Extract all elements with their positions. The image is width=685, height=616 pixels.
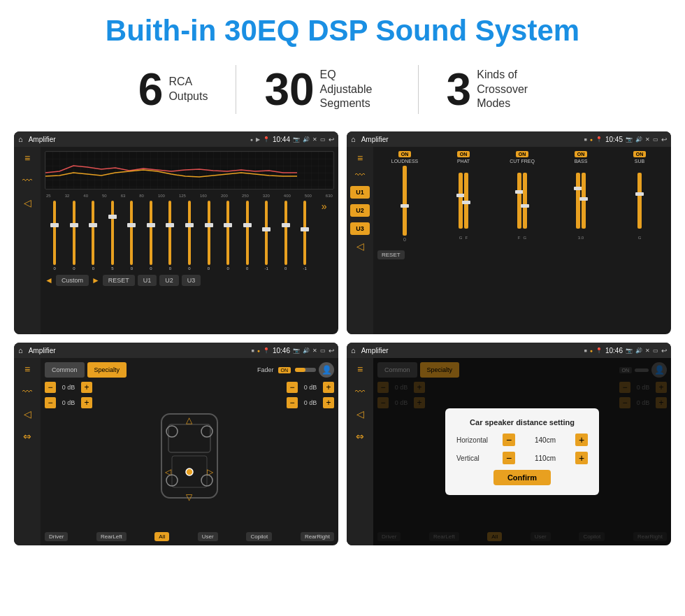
slider-col-8[interactable]: 0 — [200, 201, 217, 271]
tab-common[interactable]: Common — [45, 362, 85, 378]
copilot-btn[interactable]: Copilot — [246, 532, 272, 541]
fader-track[interactable] — [295, 368, 316, 372]
speaker-icon[interactable]: ◁ — [24, 197, 31, 208]
slider-col-extra[interactable]: » — [315, 201, 333, 271]
u2-sidebar[interactable]: U2 — [350, 204, 370, 217]
all-btn[interactable]: All — [154, 532, 169, 541]
arrows-icon-4[interactable]: ⇔ — [356, 431, 364, 442]
custom-btn[interactable]: Custom — [56, 275, 89, 286]
minimize-icon-2[interactable]: ▭ — [653, 136, 658, 143]
close-icon-4[interactable]: ✕ — [645, 348, 650, 354]
home-icon-4[interactable]: ⌂ — [351, 346, 356, 354]
slider-col-2[interactable]: 0 — [85, 201, 102, 271]
db-minus-2[interactable]: − — [287, 382, 298, 393]
distance-dialog: Car speaker distance setting Horizontal … — [445, 408, 599, 495]
u1-sidebar[interactable]: U1 — [350, 186, 370, 199]
slider-col-6[interactable]: 0 — [161, 201, 179, 271]
close-icon-3[interactable]: ✕ — [312, 348, 317, 354]
slider-val-9: 0 — [226, 266, 229, 271]
u1-btn[interactable]: U1 — [138, 275, 157, 286]
user-btn[interactable]: User — [198, 532, 218, 541]
u2-btn[interactable]: U2 — [159, 275, 179, 286]
close-icon-2[interactable]: ✕ — [645, 136, 650, 143]
db-minus-3[interactable]: − — [287, 397, 298, 408]
slider-col-5[interactable]: 0 — [143, 201, 160, 271]
slider-col-9[interactable]: 0 — [219, 201, 237, 271]
slider-col-1[interactable]: 0 — [66, 201, 83, 271]
eq-icon[interactable]: ≡ — [24, 152, 30, 164]
back-icon-2[interactable]: ↩ — [661, 136, 667, 143]
arrows-icon-3[interactable]: ⇔ — [23, 431, 31, 442]
fader-on-badge[interactable]: ON — [278, 367, 291, 373]
on-badge-loudness[interactable]: ON — [398, 151, 412, 157]
home-icon[interactable]: ⌂ — [18, 135, 23, 143]
horizontal-minus[interactable]: − — [503, 434, 515, 446]
u3-sidebar[interactable]: U3 — [350, 222, 370, 235]
wave-icon-2[interactable]: 〰 — [355, 169, 365, 180]
profile-icon[interactable]: 👤 — [319, 362, 334, 378]
slider-val-5: 0 — [150, 266, 152, 271]
slider-phat[interactable] — [436, 166, 491, 236]
back-icon-3[interactable]: ↩ — [329, 347, 334, 354]
rear-left-btn[interactable]: RearLeft — [96, 532, 127, 541]
tab-specialty[interactable]: Specialty — [87, 362, 127, 378]
on-badge-sub[interactable]: ON — [633, 151, 647, 157]
vertical-minus[interactable]: − — [503, 452, 515, 464]
slider-col-4[interactable]: 0 — [123, 201, 140, 271]
slider-col-11[interactable]: -1 — [258, 201, 275, 271]
on-badge-bass[interactable]: ON — [575, 151, 588, 157]
eq-icon-4[interactable]: ≡ — [357, 364, 363, 375]
label-cutfreq: CUT FREQ — [510, 159, 535, 164]
slider-col-0[interactable]: 0 — [46, 201, 64, 271]
screen3-content: ≡ 〰 ◁ ⇔ Common Specialty Fader ON — [14, 358, 338, 545]
db-plus-0[interactable]: + — [81, 382, 92, 393]
speaker-icon-4[interactable]: ◁ — [356, 408, 364, 420]
close-icon[interactable]: ✕ — [312, 136, 317, 143]
wave-icon-4[interactable]: 〰 — [355, 386, 365, 397]
location-icon-4: 📍 — [596, 348, 603, 354]
next-arrow[interactable]: ► — [92, 275, 100, 285]
speaker-icon-3[interactable]: ◁ — [24, 408, 31, 420]
eq-icon-2[interactable]: ≡ — [357, 152, 363, 164]
label-phat: PHAT — [457, 159, 470, 164]
slider-sub[interactable] — [612, 166, 667, 236]
on-badge-phat[interactable]: ON — [457, 151, 470, 157]
vertical-plus[interactable]: + — [575, 452, 588, 464]
minimize-icon-3[interactable]: ▭ — [320, 348, 326, 354]
confirm-button[interactable]: Confirm — [493, 470, 551, 485]
eq-icon-3[interactable]: ≡ — [24, 364, 30, 375]
rear-right-btn[interactable]: RearRight — [301, 532, 334, 541]
stat-number-eq: 30 — [264, 67, 314, 112]
horizontal-plus[interactable]: + — [575, 434, 588, 446]
slider-col-3[interactable]: 5 — [104, 201, 122, 271]
home-icon-2[interactable]: ⌂ — [351, 135, 356, 143]
db-plus-1[interactable]: + — [81, 397, 92, 408]
driver-btn[interactable]: Driver — [45, 532, 68, 541]
slider-loudness[interactable] — [377, 166, 432, 236]
slider-col-10[interactable]: 0 — [238, 201, 256, 271]
back-icon-4[interactable]: ↩ — [661, 347, 667, 354]
slider-cutfreq[interactable] — [495, 166, 549, 236]
minimize-icon-4[interactable]: ▭ — [653, 348, 658, 354]
db-plus-3[interactable]: + — [323, 397, 334, 408]
slider-col-7[interactable]: 0 — [181, 201, 199, 271]
home-icon-3[interactable]: ⌂ — [18, 346, 23, 354]
u3-btn[interactable]: U3 — [182, 275, 201, 286]
screen1-time: 10:44 — [273, 136, 290, 143]
db-plus-2[interactable]: + — [323, 382, 334, 393]
wave-icon-3[interactable]: 〰 — [22, 386, 32, 397]
camera-icon-2: 📷 — [626, 136, 633, 143]
db-minus-0[interactable]: − — [45, 382, 56, 393]
db-minus-1[interactable]: − — [45, 397, 56, 408]
minimize-icon[interactable]: ▭ — [320, 136, 326, 143]
back-icon[interactable]: ↩ — [329, 136, 334, 143]
speaker-icon-2[interactable]: ◁ — [356, 241, 364, 252]
slider-bass[interactable] — [554, 166, 608, 236]
on-badge-cutfreq[interactable]: ON — [516, 151, 529, 157]
crossover-reset[interactable]: RESET — [377, 250, 405, 259]
reset-btn[interactable]: RESET — [103, 275, 135, 286]
slider-col-12[interactable]: 0 — [277, 201, 294, 271]
wave-icon[interactable]: 〰 — [22, 175, 32, 186]
slider-col-13[interactable]: -1 — [296, 201, 314, 271]
prev-arrow[interactable]: ◄ — [45, 275, 53, 285]
